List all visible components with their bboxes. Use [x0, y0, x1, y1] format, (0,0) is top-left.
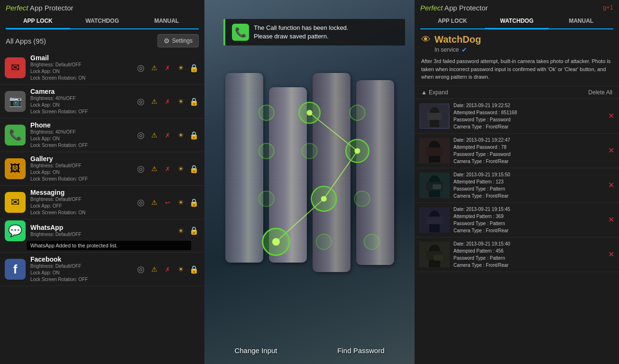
brightness-icon[interactable]: ☀	[175, 129, 186, 141]
delete-capture-button[interactable]: ✕	[608, 146, 614, 155]
change-input-button[interactable]: Change Input	[234, 346, 277, 355]
warning-icon[interactable]: ⚠	[148, 129, 160, 141]
attacker-image-1	[420, 104, 449, 128]
wrench-icon[interactable]: ↩	[162, 197, 173, 208]
capture-info: Date: 2013-09-21 19:15:50Attempted Patte…	[453, 171, 604, 200]
watchdog-title: WatchDog	[434, 34, 481, 45]
delete-capture-button[interactable]: ✕	[608, 250, 614, 259]
list-item: Date: 2013-09-21 19:15:50Attempted Patte…	[415, 168, 619, 203]
list-item[interactable]: 🖼 Gallery Brightness: Default/OFFLock Ap…	[0, 152, 204, 186]
app-name: Phone	[30, 121, 135, 129]
messaging-icon: ✉	[5, 192, 26, 213]
phone-info: Phone Brightness: 40%/OFFLock App: ONLoc…	[30, 121, 135, 149]
capture-info: Date: 2013-09-21 19:22:52Attempted Passw…	[453, 102, 604, 130]
call-banner-line1: The Call function has been locked.	[254, 24, 348, 31]
gmail-info: Gmail Brightness: Default/OFFLock App: O…	[30, 54, 135, 82]
capture-list: Date: 2013-09-21 19:22:52Attempted Passw…	[415, 99, 619, 364]
right-panel: Perfect App Protector g+1 APP LOCK WATCH…	[415, 0, 619, 364]
lock-icon[interactable]: 🔒	[188, 96, 200, 107]
call-icon: 📞	[232, 24, 249, 41]
fingerprint-icon[interactable]: ◎	[135, 264, 147, 275]
delete-capture-button[interactable]: ✕	[608, 181, 614, 190]
app-detail: Brightness: Default/OFFLock App: ONLock …	[30, 263, 135, 283]
fingerprint-icon[interactable]: ◎	[135, 96, 147, 107]
app-name: WhatsApp	[30, 224, 175, 231]
pattern-svg	[228, 47, 391, 302]
right-header: Perfect App Protector g+1 APP LOCK WATCH…	[415, 0, 619, 29]
brightness-icon[interactable]: ☀	[175, 264, 186, 275]
phone-icon: 📞	[5, 125, 26, 146]
fingerprint-icon[interactable]: ◎	[135, 197, 147, 208]
check-icon: ✔	[462, 46, 467, 54]
lock-icon[interactable]: 🔒	[188, 225, 200, 237]
expand-button[interactable]: ▲ Expand	[421, 89, 448, 96]
expand-row: ▲ Expand Delete All	[415, 86, 619, 99]
delete-all-button[interactable]: Delete All	[588, 89, 612, 96]
wrench-icon[interactable]: ✗	[162, 264, 173, 275]
svg-rect-31	[433, 184, 441, 189]
delete-capture-button[interactable]: ✕	[608, 111, 614, 120]
in-service-row: In service ✔	[434, 46, 612, 54]
brightness-icon[interactable]: ☀	[175, 197, 186, 208]
warning-icon[interactable]: ⚠	[148, 96, 160, 107]
warning-icon[interactable]: ⚠	[148, 264, 160, 275]
list-item[interactable]: ✉ Gmail Brightness: Default/OFFLock App:…	[0, 51, 204, 85]
warning-icon[interactable]: ⚠	[148, 62, 160, 73]
list-item[interactable]: f Facebook Brightness: Default/OFFLock A…	[0, 253, 204, 286]
svg-rect-35	[426, 217, 443, 224]
fingerprint-icon[interactable]: ◎	[135, 62, 147, 73]
brightness-icon[interactable]: ☀	[175, 96, 186, 107]
lock-icon[interactable]: 🔒	[188, 62, 200, 73]
list-item[interactable]: 📷 Camera Brightness: 40%/OFFLock App: ON…	[0, 85, 204, 118]
app-detail: Brightness: Default/OFFLock App: ONLock …	[30, 163, 135, 182]
wrench-icon[interactable]: ✗	[162, 96, 173, 107]
gallery-icon: 🖼	[5, 158, 26, 179]
left-panel: Perfect App Protector APP LOCK WATCHDOG …	[0, 0, 204, 364]
tab-app-lock-right[interactable]: APP LOCK	[420, 14, 485, 29]
app-controls: ☀ 🔒	[175, 225, 200, 237]
app-name: Messaging	[30, 189, 135, 196]
in-service-text: In service	[434, 46, 459, 53]
fingerprint-icon[interactable]: ◎	[135, 163, 147, 174]
wrench-icon[interactable]: ✗	[162, 129, 173, 141]
wrench-icon[interactable]: ✗	[162, 163, 173, 174]
tab-app-lock-left[interactable]: APP LOCK	[6, 14, 70, 29]
tab-watchdog-left[interactable]: WATCHDOG	[70, 14, 135, 29]
svg-point-5	[306, 110, 312, 116]
warning-icon[interactable]: ⚠	[148, 163, 160, 174]
tab-manual-right[interactable]: MANUAL	[549, 14, 613, 29]
capture-info: Date: 2013-09-21 19:22:47Attempted Passw…	[453, 136, 604, 165]
list-item[interactable]: 💬 WhatsApp Brightness: Default/OFF ☀ 🔒 W…	[0, 219, 204, 253]
find-password-button[interactable]: Find Password	[337, 346, 384, 355]
middle-panel: 📞 The Call function has been locked. Ple…	[204, 0, 415, 364]
lock-icon[interactable]: 🔒	[188, 197, 200, 208]
app-controls: ◎ ⚠ ✗ ☀ 🔒	[135, 62, 200, 73]
svg-point-17	[316, 234, 332, 249]
capture-detail: Date: 2013-09-21 19:15:45Attempted Patte…	[453, 206, 604, 234]
svg-point-6	[350, 105, 365, 120]
brightness-icon[interactable]: ☀	[175, 62, 186, 73]
gmail-icon: ✉	[5, 57, 26, 78]
camera-info: Camera Brightness: 40%/OFFLock App: ONLo…	[30, 88, 135, 115]
title-rest-left: App Protector	[28, 4, 74, 12]
app-detail: Brightness: 40%/OFFLock App: ONLock Scre…	[30, 129, 135, 149]
capture-thumbnail	[419, 173, 450, 198]
svg-point-16	[272, 238, 280, 246]
wrench-icon[interactable]: ✗	[162, 62, 173, 73]
warning-icon[interactable]: ⚠	[148, 197, 160, 208]
tab-manual-left[interactable]: MANUAL	[134, 14, 199, 29]
settings-button[interactable]: ⚙ Settings	[157, 34, 199, 47]
app-controls: ◎ ⚠ ✗ ☀ 🔒	[135, 163, 200, 174]
lock-icon[interactable]: 🔒	[188, 163, 200, 174]
fingerprint-icon[interactable]: ◎	[135, 129, 147, 141]
brightness-icon[interactable]: ☀	[175, 163, 186, 174]
list-item[interactable]: ✉ Messaging Brightness: Default/OFFLock …	[0, 186, 204, 219]
tab-watchdog-right[interactable]: WATCHDOG	[485, 14, 549, 29]
lock-icon[interactable]: 🔒	[188, 129, 200, 141]
brightness-icon[interactable]: ☀	[175, 225, 186, 237]
list-item[interactable]: 📞 Phone Brightness: 40%/OFFLock App: ONL…	[0, 118, 204, 152]
delete-capture-button[interactable]: ✕	[608, 215, 614, 224]
lock-icon[interactable]: 🔒	[188, 264, 200, 275]
gallery-info: Gallery Brightness: Default/OFFLock App:…	[30, 155, 135, 182]
app-controls: ◎ ⚠ ✗ ☀ 🔒	[135, 264, 200, 275]
